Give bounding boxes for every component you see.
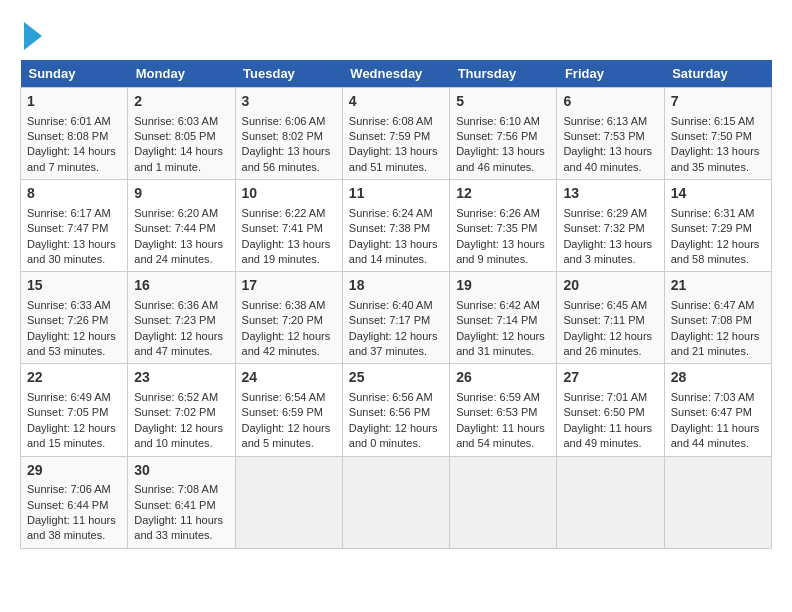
day-number: 4 xyxy=(349,92,443,112)
day-info-line: Sunrise: 6:31 AM xyxy=(671,206,765,221)
day-info-line: Daylight: 12 hours xyxy=(671,329,765,344)
day-info-line: and 1 minute. xyxy=(134,160,228,175)
day-number: 24 xyxy=(242,368,336,388)
day-info-line: Daylight: 13 hours xyxy=(242,144,336,159)
day-info-line: Daylight: 12 hours xyxy=(349,329,443,344)
calendar-day-cell: 1Sunrise: 6:01 AMSunset: 8:08 PMDaylight… xyxy=(21,88,128,180)
day-info-line: Sunset: 7:35 PM xyxy=(456,221,550,236)
day-info-line: and 33 minutes. xyxy=(134,528,228,543)
day-info-line: Sunset: 7:56 PM xyxy=(456,129,550,144)
day-info-line: Daylight: 13 hours xyxy=(456,144,550,159)
day-info-line: Sunset: 7:23 PM xyxy=(134,313,228,328)
calendar-day-cell: 12Sunrise: 6:26 AMSunset: 7:35 PMDayligh… xyxy=(450,180,557,272)
calendar-day-cell: 30Sunrise: 7:08 AMSunset: 6:41 PMDayligh… xyxy=(128,456,235,548)
calendar-day-cell: 24Sunrise: 6:54 AMSunset: 6:59 PMDayligh… xyxy=(235,364,342,456)
weekday-header-cell: Friday xyxy=(557,60,664,88)
day-number: 15 xyxy=(27,276,121,296)
day-info-line: Daylight: 13 hours xyxy=(563,237,657,252)
day-info-line: and 7 minutes. xyxy=(27,160,121,175)
day-info-line: Sunset: 7:38 PM xyxy=(349,221,443,236)
calendar-day-cell: 6Sunrise: 6:13 AMSunset: 7:53 PMDaylight… xyxy=(557,88,664,180)
day-number: 1 xyxy=(27,92,121,112)
day-info-line: and 14 minutes. xyxy=(349,252,443,267)
day-info-line: and 5 minutes. xyxy=(242,436,336,451)
day-number: 12 xyxy=(456,184,550,204)
day-number: 9 xyxy=(134,184,228,204)
day-info-line: Daylight: 12 hours xyxy=(134,421,228,436)
calendar-day-cell: 15Sunrise: 6:33 AMSunset: 7:26 PMDayligh… xyxy=(21,272,128,364)
day-info-line: Sunrise: 6:38 AM xyxy=(242,298,336,313)
calendar-day-cell xyxy=(235,456,342,548)
day-info-line: and 30 minutes. xyxy=(27,252,121,267)
day-info-line: Sunset: 7:53 PM xyxy=(563,129,657,144)
day-info-line: Sunrise: 7:08 AM xyxy=(134,482,228,497)
day-info-line: Sunrise: 6:29 AM xyxy=(563,206,657,221)
day-info-line: and 56 minutes. xyxy=(242,160,336,175)
day-number: 13 xyxy=(563,184,657,204)
day-info-line: and 19 minutes. xyxy=(242,252,336,267)
day-info-line: Sunrise: 6:36 AM xyxy=(134,298,228,313)
weekday-header-cell: Tuesday xyxy=(235,60,342,88)
day-info-line: Sunset: 7:02 PM xyxy=(134,405,228,420)
calendar-day-cell: 16Sunrise: 6:36 AMSunset: 7:23 PMDayligh… xyxy=(128,272,235,364)
day-info-line: Sunset: 8:08 PM xyxy=(27,129,121,144)
day-number: 27 xyxy=(563,368,657,388)
day-info-line: and 3 minutes. xyxy=(563,252,657,267)
day-info-line: Daylight: 12 hours xyxy=(563,329,657,344)
day-info-line: Sunrise: 6:26 AM xyxy=(456,206,550,221)
calendar-week-row: 22Sunrise: 6:49 AMSunset: 7:05 PMDayligh… xyxy=(21,364,772,456)
day-info-line: and 49 minutes. xyxy=(563,436,657,451)
calendar-day-cell: 27Sunrise: 7:01 AMSunset: 6:50 PMDayligh… xyxy=(557,364,664,456)
calendar-day-cell: 13Sunrise: 6:29 AMSunset: 7:32 PMDayligh… xyxy=(557,180,664,272)
day-info-line: Sunset: 7:20 PM xyxy=(242,313,336,328)
day-info-line: Daylight: 11 hours xyxy=(563,421,657,436)
calendar-day-cell: 19Sunrise: 6:42 AMSunset: 7:14 PMDayligh… xyxy=(450,272,557,364)
day-info-line: Sunset: 7:08 PM xyxy=(671,313,765,328)
day-number: 30 xyxy=(134,461,228,481)
calendar-day-cell: 9Sunrise: 6:20 AMSunset: 7:44 PMDaylight… xyxy=(128,180,235,272)
calendar-day-cell: 7Sunrise: 6:15 AMSunset: 7:50 PMDaylight… xyxy=(664,88,771,180)
weekday-header-cell: Monday xyxy=(128,60,235,88)
day-info-line: Sunrise: 6:47 AM xyxy=(671,298,765,313)
day-number: 19 xyxy=(456,276,550,296)
day-number: 14 xyxy=(671,184,765,204)
day-info-line: Sunset: 6:44 PM xyxy=(27,498,121,513)
calendar-day-cell xyxy=(664,456,771,548)
day-info-line: Sunset: 6:41 PM xyxy=(134,498,228,513)
day-info-line: Daylight: 11 hours xyxy=(671,421,765,436)
calendar-day-cell: 2Sunrise: 6:03 AMSunset: 8:05 PMDaylight… xyxy=(128,88,235,180)
calendar-day-cell: 25Sunrise: 6:56 AMSunset: 6:56 PMDayligh… xyxy=(342,364,449,456)
logo xyxy=(20,20,42,50)
day-info-line: Daylight: 14 hours xyxy=(134,144,228,159)
day-info-line: Sunset: 7:17 PM xyxy=(349,313,443,328)
day-info-line: Daylight: 14 hours xyxy=(27,144,121,159)
day-info-line: Sunrise: 6:42 AM xyxy=(456,298,550,313)
logo-arrow-icon xyxy=(24,22,42,50)
calendar-day-cell: 5Sunrise: 6:10 AMSunset: 7:56 PMDaylight… xyxy=(450,88,557,180)
calendar-day-cell: 28Sunrise: 7:03 AMSunset: 6:47 PMDayligh… xyxy=(664,364,771,456)
calendar-day-cell: 3Sunrise: 6:06 AMSunset: 8:02 PMDaylight… xyxy=(235,88,342,180)
day-info-line: and 38 minutes. xyxy=(27,528,121,543)
day-info-line: Sunrise: 7:03 AM xyxy=(671,390,765,405)
day-info-line: and 15 minutes. xyxy=(27,436,121,451)
day-number: 7 xyxy=(671,92,765,112)
day-number: 22 xyxy=(27,368,121,388)
day-info-line: Sunrise: 6:22 AM xyxy=(242,206,336,221)
day-info-line: and 31 minutes. xyxy=(456,344,550,359)
day-number: 29 xyxy=(27,461,121,481)
page-header xyxy=(20,20,772,50)
day-info-line: Sunset: 7:14 PM xyxy=(456,313,550,328)
day-info-line: Sunset: 6:56 PM xyxy=(349,405,443,420)
day-info-line: Sunrise: 6:08 AM xyxy=(349,114,443,129)
day-info-line: Sunrise: 6:06 AM xyxy=(242,114,336,129)
day-number: 18 xyxy=(349,276,443,296)
day-info-line: Daylight: 12 hours xyxy=(242,421,336,436)
weekday-header-cell: Sunday xyxy=(21,60,128,88)
day-info-line: and 54 minutes. xyxy=(456,436,550,451)
day-info-line: Daylight: 12 hours xyxy=(27,421,121,436)
day-info-line: Daylight: 13 hours xyxy=(349,237,443,252)
calendar-week-row: 8Sunrise: 6:17 AMSunset: 7:47 PMDaylight… xyxy=(21,180,772,272)
day-info-line: Sunset: 7:26 PM xyxy=(27,313,121,328)
day-info-line: Sunset: 7:29 PM xyxy=(671,221,765,236)
day-info-line: Sunset: 7:47 PM xyxy=(27,221,121,236)
